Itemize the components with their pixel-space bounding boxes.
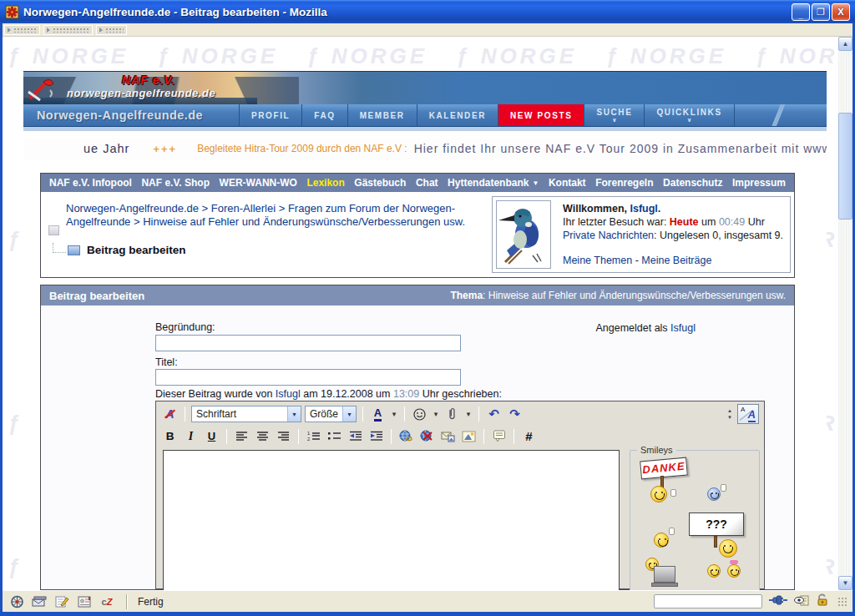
last-visit-uhr: Uhr	[748, 216, 765, 228]
online-status-plug-icon[interactable]	[769, 594, 787, 609]
last-visit-day: Heute	[670, 216, 699, 228]
restore-button[interactable]: ❐	[812, 3, 830, 21]
nav-item[interactable]: PROFIL	[239, 104, 301, 126]
menubar-item[interactable]: Gästebuch	[354, 177, 406, 189]
code-hash-icon[interactable]: #	[520, 427, 538, 445]
nav-item[interactable]: KALENDER	[417, 104, 498, 126]
thema-value: : Hinweise auf Fehler und Änderungswünsc…	[483, 290, 786, 301]
remove-link-icon[interactable]	[418, 427, 436, 445]
cookie-privacy-icon[interactable]	[794, 594, 809, 609]
outdent-icon[interactable]	[347, 427, 364, 445]
font-family-select[interactable]: Schriftart▼	[191, 406, 301, 422]
post-body-textarea[interactable]	[163, 450, 620, 590]
minimize-button[interactable]: _	[792, 3, 810, 21]
smiley-dropdown-icon[interactable]: ▾	[432, 410, 440, 418]
question-smiley[interactable]	[719, 539, 737, 558]
thumbs-up-blue-smiley[interactable]	[707, 487, 721, 501]
close-button[interactable]: X	[832, 3, 850, 21]
girl-bow-smiley[interactable]	[727, 564, 741, 578]
attachment-menu-icon[interactable]	[443, 406, 461, 423]
waving-smiley[interactable]	[654, 533, 669, 548]
collapsed-toolbar-grippy[interactable]	[96, 25, 127, 35]
font-color-dropdown-icon[interactable]: ▾	[390, 410, 398, 418]
scroll-up-icon[interactable]: ▲	[838, 37, 852, 51]
bold-icon[interactable]: B	[161, 427, 179, 445]
insert-link-icon[interactable]	[397, 427, 415, 445]
nav-item[interactable]: QUICKLINKS	[644, 104, 734, 126]
private-messages-link[interactable]: Private Nachrichten	[563, 230, 654, 241]
redo-icon[interactable]: ↷	[506, 406, 524, 423]
editor-mode-toggle-icon[interactable]: AA	[737, 404, 759, 424]
chevron-down-icon[interactable]: ▼	[287, 406, 301, 422]
remove-format-icon[interactable]: A	[161, 406, 179, 423]
smiley-hand	[721, 484, 726, 492]
menubar-item[interactable]: Forenregeln	[595, 177, 653, 189]
scrollbar-thumb[interactable]	[838, 113, 852, 220]
menubar-item[interactable]: Lexikon	[306, 177, 344, 189]
nav-item[interactable]: FAQ	[301, 104, 347, 126]
my-topics-link[interactable]: Meine Themen	[563, 255, 632, 266]
menubar-item[interactable]: NAF e.V. Shop	[141, 177, 210, 189]
font-color-icon[interactable]: A	[369, 406, 387, 423]
quote-icon[interactable]	[490, 427, 508, 445]
statusbar-right-zone	[654, 593, 852, 609]
align-left-icon[interactable]	[233, 427, 250, 445]
welcome-greeting: Willkommen,	[563, 203, 627, 215]
collapsed-toolbar-grippy[interactable]	[43, 25, 93, 35]
editor-resize-spinner[interactable]: ▲▼	[727, 408, 732, 420]
insert-image-icon[interactable]	[460, 427, 478, 445]
my-posts-link[interactable]: Meine Beiträge	[641, 255, 711, 266]
norge-watermark: ƒ NORGE	[306, 43, 428, 69]
danke-sign-smiley[interactable]: DANKE	[640, 457, 688, 480]
menubar-item[interactable]: NAF e.V. Infopool	[49, 177, 132, 189]
address-book-icon[interactable]	[77, 595, 92, 608]
question-sign-smiley[interactable]: ???	[689, 512, 744, 536]
window-resize-grip[interactable]	[837, 597, 847, 607]
attachment-dropdown-icon[interactable]: ▾	[464, 410, 473, 418]
navigator-icon[interactable]	[9, 595, 24, 608]
danke-smiley[interactable]	[650, 486, 667, 502]
align-right-icon[interactable]	[275, 427, 292, 445]
irc-chatzilla-icon[interactable]: cZ	[99, 595, 114, 608]
username-link[interactable]: Isfugl.	[630, 203, 660, 215]
vertical-scrollbar[interactable]: ▲ ▼	[838, 37, 852, 590]
menubar-item[interactable]: Datenschutz	[663, 177, 722, 189]
nav-item[interactable]: MEMBER	[347, 104, 417, 126]
undo-icon[interactable]: ↶	[485, 406, 503, 423]
align-center-icon[interactable]	[254, 427, 271, 445]
nav-item[interactable]: SUCHE	[584, 104, 644, 126]
chevron-down-icon[interactable]: ▼	[342, 406, 356, 422]
nav-item[interactable]: NEW POSTS	[498, 104, 584, 126]
menubar-item[interactable]: WER-WANN-WO	[220, 177, 297, 189]
titel-input[interactable]	[155, 369, 461, 386]
font-size-select[interactable]: Größe▼	[305, 406, 357, 422]
statusbar-separator	[126, 594, 128, 609]
composer-icon[interactable]	[54, 595, 69, 608]
security-lock-icon[interactable]	[816, 593, 829, 609]
menubar-item[interactable]: Chat	[416, 177, 438, 189]
logged-in-user-link[interactable]: Isfugl	[670, 322, 696, 334]
editor-toolbar-row1: A Schriftart▼ Größe▼ A ▾	[156, 401, 764, 425]
indent-icon[interactable]	[367, 427, 385, 445]
grinning-smiley[interactable]	[707, 564, 721, 578]
begruendung-input[interactable]	[155, 335, 461, 351]
mail-icon[interactable]	[32, 595, 47, 608]
page-icon	[68, 245, 80, 255]
unordered-list-icon[interactable]	[326, 427, 343, 445]
smiley-menu-icon[interactable]	[411, 406, 428, 423]
smileys-panel: Smileys DANKE ???	[630, 450, 760, 590]
ordered-list-icon[interactable]: 12	[305, 427, 322, 445]
insert-email-icon[interactable]	[439, 427, 457, 445]
menubar-item[interactable]: Kontakt	[549, 177, 586, 189]
logged-in-as: Angemeldet als Isfugl	[595, 322, 696, 334]
menubar-item[interactable]: Impressum	[732, 177, 786, 189]
breadcrumb[interactable]: Norwegen-Angelfreunde.de > Foren-Allerle…	[66, 202, 483, 229]
underline-icon[interactable]: U	[203, 427, 220, 445]
post-author-link[interactable]: Isfugl	[276, 388, 301, 400]
menubar-item[interactable]: Hyttendatenbank	[448, 177, 539, 189]
breadcrumb-area: Norwegen-Angelfreunde.de > Foren-Allerle…	[41, 192, 794, 277]
italic-icon[interactable]: I	[182, 427, 200, 445]
scroll-down-icon[interactable]: ▼	[838, 576, 852, 590]
collapsed-toolbar-grippy[interactable]	[4, 25, 40, 35]
panel-header: Beitrag bearbeiten Thema: Hinweise auf F…	[41, 285, 794, 305]
